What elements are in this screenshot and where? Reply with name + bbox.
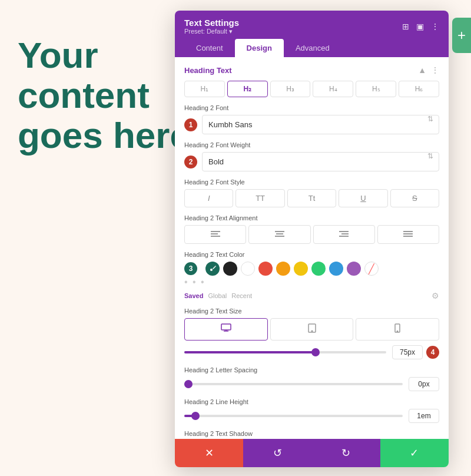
step-3-badge: 3 (184, 262, 197, 275)
panel-title: Text Settings (184, 18, 239, 28)
font-select[interactable]: Kumbh Sans (202, 115, 439, 134)
font-weight-label: Heading 2 Font Weight (184, 141, 439, 148)
size-label: Heading 2 Text Size (184, 308, 439, 315)
section-more-icon[interactable]: ⋮ (431, 65, 439, 75)
color-eyedropper[interactable] (205, 262, 220, 276)
color-more-dots[interactable]: • • • (184, 277, 439, 287)
align-justify-btn[interactable] (377, 225, 439, 244)
svg-rect-13 (221, 324, 231, 330)
strikethrough-btn[interactable]: S (390, 189, 439, 207)
line-height-input[interactable] (409, 409, 439, 423)
undo-button[interactable]: ↺ (243, 439, 311, 467)
swatch-blue[interactable] (329, 262, 343, 276)
bottom-bar: ✕ ↺ ↻ ✓ (175, 439, 449, 467)
saved-tab[interactable]: Saved (184, 292, 203, 299)
underline-btn[interactable]: U (339, 189, 387, 207)
svg-point-17 (311, 330, 313, 332)
size-slider[interactable] (184, 351, 386, 353)
device-tabs (184, 318, 439, 341)
h2-tab[interactable]: H₂ (227, 81, 268, 97)
background-text: Your content goes here. (18, 35, 200, 156)
color-settings-icon[interactable]: ⚙ (432, 291, 439, 300)
swatch-purple[interactable] (347, 262, 361, 276)
capitalize-btn[interactable]: Tt (287, 189, 336, 207)
font-weight-select[interactable]: Bold (202, 152, 439, 171)
cancel-button[interactable]: ✕ (175, 439, 243, 467)
section-collapse-icon[interactable]: ▲ (418, 65, 426, 75)
swatch-green[interactable] (311, 262, 326, 276)
header-icons: ⊞ ▣ ⋮ (402, 22, 439, 31)
letter-spacing-slider[interactable] (184, 383, 403, 385)
size-slider-row: 4 (184, 345, 439, 359)
h4-tab[interactable]: H₄ (313, 81, 353, 97)
italic-btn[interactable]: I (184, 189, 233, 207)
font-select-wrapper: 1 Kumbh Sans ⇅ (184, 115, 439, 134)
header-icon-responsive[interactable]: ⊞ (402, 22, 409, 31)
heading-text-section: Heading Text ▲ ⋮ H₁ H₂ H₃ H₄ H₅ H₆ Headi… (175, 57, 449, 439)
save-button[interactable]: ✓ (380, 439, 449, 467)
uppercase-btn[interactable]: TT (236, 189, 284, 207)
recent-tab[interactable]: Recent (231, 292, 252, 299)
alignment-label: Heading 2 Text Alignment (184, 214, 439, 222)
color-saved-row: Saved Global Recent ⚙ (184, 291, 439, 300)
font-weight-wrapper: 2 Bold ⇅ (184, 152, 439, 171)
font-label: Heading 2 Font (184, 104, 439, 111)
step-4-badge: 4 (426, 346, 439, 359)
settings-panel: Text Settings Preset: Default ▾ ⊞ ▣ ⋮ Co… (175, 11, 449, 467)
align-center-btn[interactable] (248, 225, 310, 244)
line-height-slider-row (184, 409, 439, 423)
h5-tab[interactable]: H₅ (356, 81, 396, 97)
tab-design[interactable]: Design (235, 39, 284, 57)
step-1-badge: 1 (184, 118, 197, 131)
text-shadow-label: Heading 2 Text Shadow (184, 430, 439, 437)
align-left-btn[interactable] (184, 225, 246, 244)
swatch-none[interactable]: ╱ (364, 262, 379, 276)
header-icon-layout[interactable]: ▣ (416, 22, 424, 31)
size-input[interactable] (392, 345, 423, 359)
letter-spacing-label: Heading 2 Letter Spacing (184, 366, 439, 373)
font-style-label: Heading 2 Font Style (184, 178, 439, 186)
tab-content[interactable]: Content (184, 39, 235, 57)
device-tablet[interactable] (270, 318, 354, 341)
letter-spacing-input[interactable] (409, 377, 439, 391)
swatch-white[interactable] (241, 262, 255, 276)
tab-bar: Content Design Advanced (184, 39, 439, 57)
swatch-orange[interactable] (276, 262, 290, 276)
h1-tab[interactable]: H₁ (184, 81, 225, 97)
h6-tab[interactable]: H₆ (399, 81, 439, 97)
heading-tabs: H₁ H₂ H₃ H₄ H₅ H₆ (184, 81, 439, 97)
step-2-badge: 2 (184, 156, 197, 168)
swatch-red[interactable] (258, 262, 273, 276)
device-desktop[interactable] (184, 318, 268, 341)
line-height-slider[interactable] (184, 415, 403, 417)
alignment-buttons (184, 225, 439, 244)
letter-spacing-slider-row (184, 377, 439, 391)
panel-header: Text Settings Preset: Default ▾ ⊞ ▣ ⋮ Co… (175, 11, 449, 57)
panel-preset[interactable]: Preset: Default ▾ (184, 28, 239, 35)
swatch-yellow[interactable] (294, 262, 308, 276)
color-swatches: 3 ╱ (184, 262, 439, 276)
color-label: Heading 2 Text Color (184, 251, 439, 258)
panel-body: Heading Text ▲ ⋮ H₁ H₂ H₃ H₄ H₅ H₆ Headi… (175, 57, 449, 439)
section-header: Heading Text ▲ ⋮ (184, 65, 439, 75)
svg-point-12 (210, 269, 213, 271)
align-right-btn[interactable] (313, 225, 375, 244)
device-mobile[interactable] (356, 318, 439, 341)
section-title: Heading Text (184, 66, 232, 75)
svg-point-19 (397, 331, 397, 332)
tab-advanced[interactable]: Advanced (284, 39, 341, 57)
global-tab[interactable]: Global (208, 292, 227, 299)
font-style-buttons: I TT Tt U S (184, 189, 439, 207)
line-height-label: Heading 2 Line Height (184, 398, 439, 405)
plus-button[interactable]: + (452, 18, 471, 53)
swatch-black[interactable] (223, 262, 237, 276)
header-icon-more[interactable]: ⋮ (431, 22, 439, 31)
h3-tab[interactable]: H₃ (270, 81, 311, 97)
redo-button[interactable]: ↻ (312, 439, 380, 467)
